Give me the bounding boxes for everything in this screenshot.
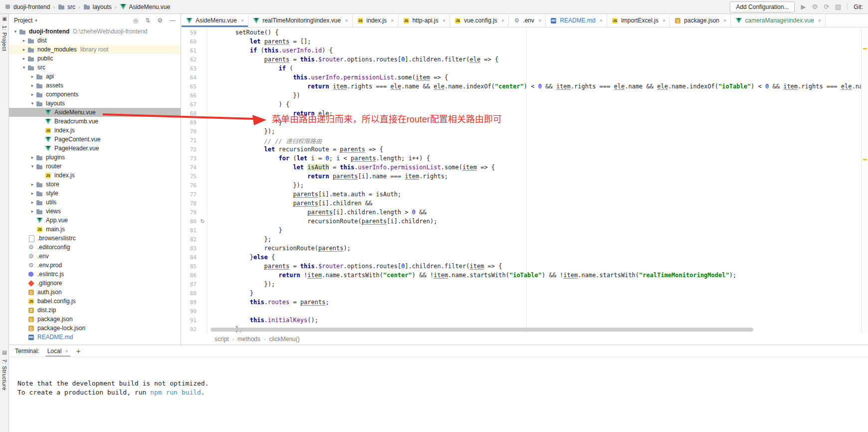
line-number[interactable]: 90 — [182, 308, 199, 315]
code-area[interactable]: 59 setRoute() {60 let parents = [];61 if… — [182, 28, 861, 334]
close-tab-icon[interactable]: × — [442, 17, 445, 23]
close-tab-icon[interactable]: × — [818, 17, 821, 23]
line-number[interactable]: 86 — [182, 272, 199, 279]
tree-item-src[interactable]: ▾src — [9, 63, 181, 72]
tree-item-utils[interactable]: ▸utils — [9, 198, 181, 207]
tree-item-views[interactable]: ▸views — [9, 207, 181, 216]
code-line[interactable]: 87 }); — [182, 280, 861, 289]
chevron-right-icon[interactable]: ▸ — [20, 38, 27, 43]
line-number[interactable]: 71 — [182, 137, 199, 144]
line-number[interactable]: 65 — [182, 83, 199, 90]
code-line[interactable]: 83 recursionRoute(parents); — [182, 244, 861, 253]
new-terminal-button[interactable]: + — [76, 347, 81, 355]
code-line[interactable]: 73 for (let i = 0; i < parents.length; i… — [182, 154, 861, 163]
chevron-down-icon[interactable]: ▾ — [35, 18, 37, 23]
tree-item-index.js[interactable]: index.js — [9, 126, 181, 135]
terminal-tab-local[interactable]: Local × — [45, 346, 70, 357]
breadcrumb-item[interactable]: layouts — [83, 3, 112, 10]
tree-item-index.js[interactable]: index.js — [9, 171, 181, 180]
code-line[interactable]: 67 ) { — [182, 100, 861, 109]
editor-breadcrumb-item[interactable]: script — [215, 336, 229, 343]
line-number[interactable]: 73 — [182, 155, 199, 162]
tree-item-assets[interactable]: ▸assets — [9, 81, 181, 90]
tool-windows-widget-icon[interactable]: ▣ — [2, 16, 6, 21]
structure-tool-button[interactable]: 7: Structure — [1, 359, 7, 391]
tree-item-components[interactable]: ▸components — [9, 90, 181, 99]
hide-panel-icon[interactable]: — — [170, 17, 176, 24]
line-number[interactable]: 87 — [182, 281, 199, 288]
stripe-mark[interactable] — [863, 48, 867, 49]
project-tool-button[interactable]: 1: Project — [1, 25, 7, 51]
tree-item-style[interactable]: ▸style — [9, 189, 181, 198]
line-number[interactable]: 85 — [182, 263, 199, 270]
tree-item-dist.zip[interactable]: dist.zip — [9, 306, 181, 315]
tree-item-public[interactable]: ▸public — [9, 54, 181, 63]
line-number[interactable]: 84 — [182, 254, 199, 261]
chevron-down-icon[interactable]: ▾ — [20, 65, 27, 70]
line-number[interactable]: 92 — [182, 326, 199, 333]
tab-README.md[interactable]: README.md× — [546, 14, 607, 27]
chevron-right-icon[interactable]: ▸ — [20, 47, 27, 52]
chevron-right-icon[interactable]: ▸ — [29, 209, 36, 214]
code-line[interactable]: 63 if ( — [182, 64, 861, 73]
tree-item-node_modules[interactable]: ▸node_moduleslibrary root — [9, 45, 181, 54]
tree-item-main.js[interactable]: main.js — [9, 225, 181, 234]
tree-item-package-lock.json[interactable]: package-lock.json — [9, 324, 181, 333]
tree-item-.eslintrc.js[interactable]: .eslintrc.js — [9, 270, 181, 279]
chevron-right-icon[interactable]: ▸ — [29, 182, 36, 187]
line-number[interactable]: 67 — [182, 101, 199, 108]
code-line[interactable]: 62 parents = this.$router.options.routes… — [182, 55, 861, 64]
tree-item-README.md[interactable]: README.md — [9, 333, 181, 342]
close-tab-icon[interactable]: × — [345, 17, 348, 23]
code-line[interactable]: 74 let isAuth = this.userInfo.permission… — [182, 163, 861, 172]
tree-item-AsideMenu.vue[interactable]: AsideMenu.vue — [9, 108, 181, 117]
line-number[interactable]: 78 — [182, 200, 199, 207]
line-number[interactable]: 63 — [182, 65, 199, 72]
code-line[interactable]: 84 }else { — [182, 253, 861, 262]
project-panel-title[interactable]: Project — [14, 17, 32, 24]
line-number[interactable]: 74 — [182, 164, 199, 171]
code-line[interactable]: 59 setRoute() { — [182, 28, 861, 37]
breadcrumb-item[interactable]: duoji-frontend — [4, 3, 50, 10]
line-number[interactable]: 89 — [182, 299, 199, 306]
git-label[interactable]: Git: — [854, 3, 863, 10]
error-stripe[interactable] — [861, 28, 868, 334]
scroll-from-source-icon[interactable]: ⇅ — [145, 17, 150, 24]
close-tab-icon[interactable]: × — [723, 17, 726, 23]
code-line[interactable]: 70 }); — [182, 127, 861, 136]
tree-item-PageHeader.vue[interactable]: PageHeader.vue — [9, 144, 181, 153]
code-viewport[interactable]: 59 setRoute() {60 let parents = [];61 if… — [182, 28, 861, 334]
code-line[interactable]: 76 }); — [182, 181, 861, 190]
tab-importExcel.js[interactable]: importExcel.js× — [607, 14, 670, 27]
line-number[interactable]: 60 — [182, 38, 199, 45]
code-line[interactable]: 61 if (this.userInfo.id) { — [182, 46, 861, 55]
tree-item-.browserslistrc[interactable]: .browserslistrc — [9, 234, 181, 243]
line-number[interactable]: 81 — [182, 227, 199, 234]
chevron-right-icon[interactable]: ▸ — [29, 74, 36, 79]
chevron-down-icon[interactable]: ▾ — [29, 164, 36, 169]
tree-item-.gitignore[interactable]: .gitignore — [9, 279, 181, 288]
tree-item-.env[interactable]: .env — [9, 252, 181, 261]
code-line[interactable]: 75 return parents[i].name === item.right… — [182, 172, 861, 181]
settings-icon[interactable]: ⚙ — [157, 17, 163, 24]
close-tab-icon[interactable]: × — [241, 17, 244, 23]
line-number[interactable]: 83 — [182, 245, 199, 252]
line-number[interactable]: 68 — [182, 110, 199, 117]
editor-breadcrumb-item[interactable]: clickMenu() — [269, 336, 299, 343]
tool-windows-icon[interactable]: ▤ — [835, 3, 841, 10]
code-line[interactable]: 71 // // 递归权限路由 — [182, 136, 861, 145]
terminal-output[interactable]: Note that the development build is not o… — [9, 357, 868, 397]
line-number[interactable]: 75 — [182, 173, 199, 180]
tree-item-auth.json[interactable]: auth.json — [9, 288, 181, 297]
breadcrumb-item[interactable]: AsideMenu.vue — [119, 3, 170, 10]
locate-file-icon[interactable]: ◎ — [133, 17, 138, 24]
code-line[interactable]: 82 }; — [182, 235, 861, 244]
chevron-right-icon[interactable]: ▸ — [29, 155, 36, 160]
line-number[interactable]: 72 — [182, 146, 199, 153]
tree-item-api[interactable]: ▸api — [9, 72, 181, 81]
tree-item-App.vue[interactable]: App.vue — [9, 216, 181, 225]
line-number[interactable]: 59 — [182, 29, 199, 36]
tree-item-babel.config.js[interactable]: babel.config.js — [9, 297, 181, 306]
chevron-right-icon[interactable]: ▸ — [29, 83, 36, 88]
close-tab-icon[interactable]: × — [600, 17, 603, 23]
